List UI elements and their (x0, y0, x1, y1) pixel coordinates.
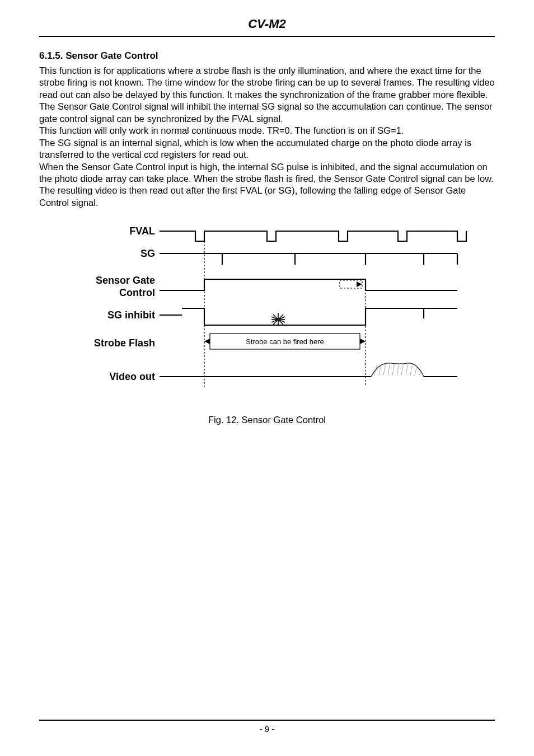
svg-marker-25 (360, 339, 366, 344)
label-control: Control (119, 287, 155, 298)
header-rule (39, 36, 495, 37)
svg-line-32 (401, 363, 404, 375)
svg-line-29 (388, 363, 390, 375)
section-body: This function is for applications where … (39, 65, 495, 209)
label-sg: SG (140, 248, 155, 259)
svg-marker-23 (204, 339, 210, 344)
flash-icon (271, 313, 285, 326)
svg-line-33 (406, 363, 408, 375)
label-strobe-flash: Strobe Flash (94, 337, 155, 349)
label-fval: FVAL (129, 226, 155, 237)
label-sensor-gate: Sensor Gate (96, 275, 155, 286)
figure-12: FVAL SG Sensor Gate Control SG inhibit S… (39, 219, 495, 425)
svg-line-28 (383, 363, 386, 375)
svg-marker-12 (357, 281, 362, 287)
figure-caption: Fig. 12. Sensor Gate Control (39, 415, 495, 425)
svg-line-31 (397, 363, 399, 375)
page-number: - 9 - (39, 724, 495, 734)
page-header-title: CV-M2 (39, 17, 495, 35)
svg-line-30 (392, 363, 395, 375)
section-heading: 6.1.5. Sensor Gate Control (39, 50, 495, 62)
page-footer: - 9 - (39, 720, 495, 734)
timing-diagram: FVAL SG Sensor Gate Control SG inhibit S… (65, 219, 469, 398)
svg-line-35 (415, 365, 417, 375)
svg-line-34 (410, 364, 413, 375)
label-strobe-note: Strobe can be fired here (246, 337, 324, 346)
label-sg-inhibit: SG inhibit (107, 309, 155, 321)
label-video-out: Video out (109, 371, 155, 382)
